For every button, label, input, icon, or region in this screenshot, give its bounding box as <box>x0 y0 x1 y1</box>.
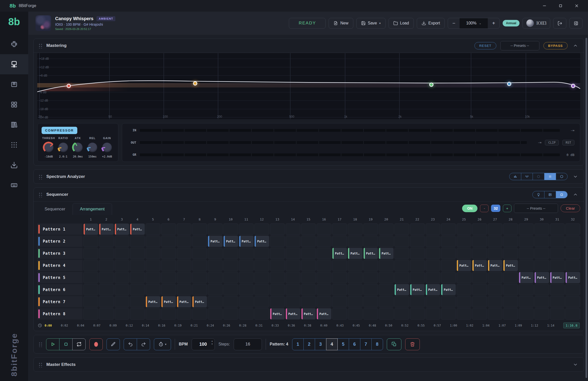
bpm-input[interactable]: 100 ▴▾ <box>192 338 215 350</box>
loop-button[interactable] <box>72 338 86 350</box>
arrangement-cell[interactable]: Patt… <box>534 272 549 283</box>
arrangement-cell[interactable]: Patt… <box>441 284 456 295</box>
arrangement-cell[interactable] <box>301 284 316 295</box>
arrangement-cell[interactable] <box>115 236 129 247</box>
arrangement-cell[interactable] <box>379 224 394 235</box>
arrangement-cell[interactable] <box>83 236 98 247</box>
arrangement-cell[interactable] <box>286 296 300 307</box>
arrangement-cell[interactable] <box>503 224 518 235</box>
arrangement-cell[interactable] <box>99 272 114 283</box>
arrangement-cell[interactable] <box>363 296 378 307</box>
arrangement-cell[interactable] <box>301 260 316 271</box>
arrangement-cell[interactable] <box>239 260 254 271</box>
arrangement-cell[interactable] <box>317 272 331 283</box>
arrangement-cell[interactable] <box>410 248 425 259</box>
pattern-block[interactable]: Patt… <box>332 248 347 259</box>
arrangement-cell[interactable] <box>99 284 114 295</box>
save-button[interactable]: Save▾ <box>356 18 386 29</box>
arrangement-cell[interactable] <box>99 308 114 320</box>
arrangement-cell[interactable] <box>208 248 223 259</box>
arrangement-cell[interactable] <box>394 236 409 247</box>
ready-status-button[interactable]: READY <box>289 18 326 29</box>
pattern-block[interactable]: Patt… <box>99 224 114 235</box>
arrangement-cell[interactable] <box>83 296 98 307</box>
arrangement-cell[interactable] <box>426 260 440 271</box>
arrangement-cell[interactable] <box>192 272 207 283</box>
timer-menu-button[interactable]: ▾ <box>154 338 171 350</box>
arrangement-cell[interactable] <box>115 296 129 307</box>
arrangement-cell[interactable] <box>534 248 549 259</box>
eq-band-node-1[interactable] <box>67 84 71 88</box>
arrangement-cell[interactable] <box>457 272 471 283</box>
arrangement-cell[interactable] <box>161 272 176 283</box>
arrangement-cell[interactable]: Patt… <box>99 224 114 235</box>
pattern-row-label[interactable]: Pattern 5 <box>37 272 83 283</box>
arrangement-cell[interactable] <box>192 284 207 295</box>
arrangement-cell[interactable] <box>286 260 300 271</box>
arrangement-cell[interactable] <box>472 284 487 295</box>
pattern-row-label[interactable]: Pattern 1 <box>37 224 83 235</box>
arrangement-cell[interactable] <box>177 272 192 283</box>
arrangement-cell[interactable] <box>426 308 440 320</box>
arrangement-cell[interactable] <box>99 236 114 247</box>
arrangement-cell[interactable] <box>161 224 176 235</box>
arrangement-cell[interactable] <box>394 248 409 259</box>
arrangement-cell[interactable] <box>410 272 425 283</box>
pattern-row-label[interactable]: Pattern 4 <box>37 260 83 271</box>
arrangement-cell[interactable] <box>130 308 145 320</box>
arrangement-cell[interactable] <box>488 284 503 295</box>
view-dotgrid-button[interactable] <box>544 173 556 180</box>
rst-button[interactable]: RST <box>562 140 574 145</box>
arrangement-cell[interactable] <box>534 236 549 247</box>
arrangement-cell[interactable] <box>565 248 580 259</box>
arrangement-cell[interactable] <box>363 236 378 247</box>
delete-pattern-button[interactable] <box>405 338 420 350</box>
arrangement-cell[interactable] <box>223 296 238 307</box>
arrangement-cell[interactable] <box>83 308 98 320</box>
arrangement-cell[interactable] <box>441 272 456 283</box>
arrangement-cell[interactable] <box>99 248 114 259</box>
view-panel-button[interactable] <box>544 191 556 198</box>
pattern-row-label[interactable]: Pattern 6 <box>37 284 83 295</box>
pattern-block[interactable]: Patt… <box>146 296 160 307</box>
arrangement-cell[interactable] <box>348 260 363 271</box>
undo-button[interactable] <box>124 338 137 350</box>
sidebar-item-gamepad[interactable] <box>0 34 28 54</box>
arrangement-cell[interactable] <box>488 236 503 247</box>
arrangement-cell[interactable] <box>192 260 207 271</box>
arrangement-cell[interactable] <box>348 296 363 307</box>
arrangement-cell[interactable] <box>410 296 425 307</box>
sidebar-item-piano[interactable] <box>0 74 28 94</box>
drag-handle-icon[interactable] <box>38 192 42 197</box>
arrangement-cell[interactable]: Patt… <box>363 248 378 259</box>
arrangement-cell[interactable] <box>130 260 145 271</box>
arrangement-cell[interactable] <box>550 236 565 247</box>
pattern-block[interactable]: Patt… <box>395 284 409 295</box>
arrangement-cell[interactable] <box>317 284 331 295</box>
pattern-button-1[interactable]: 1 <box>292 338 304 350</box>
view-bars-button[interactable] <box>509 173 521 180</box>
bpm-spinner[interactable]: ▴▾ <box>212 340 213 345</box>
arrangement-cell[interactable] <box>426 224 440 235</box>
drag-handle-icon[interactable] <box>38 174 42 179</box>
arrangement-cell[interactable] <box>565 284 580 295</box>
arrangement-cell[interactable] <box>379 272 394 283</box>
pattern-button-2[interactable]: 2 <box>303 338 315 350</box>
arrangement-cell[interactable] <box>130 296 145 307</box>
pattern-block[interactable]: Patt… <box>364 248 378 259</box>
arrangement-cell[interactable] <box>83 248 98 259</box>
arrangement-cell[interactable] <box>426 236 440 247</box>
arrangement-cell[interactable] <box>410 260 425 271</box>
arrangement-cell[interactable] <box>286 236 300 247</box>
arrangement-cell[interactable] <box>223 260 238 271</box>
minimize-button[interactable] <box>539 2 550 10</box>
arrangement-cell[interactable] <box>286 224 300 235</box>
arrangement-cell[interactable] <box>519 296 534 307</box>
arrangement-cell[interactable] <box>457 296 471 307</box>
arrangement-cell[interactable] <box>457 224 471 235</box>
pattern-block[interactable]: Patt… <box>488 260 502 271</box>
arrangement-cell[interactable] <box>394 296 409 307</box>
arrangement-cell[interactable] <box>363 272 378 283</box>
arrangement-cell[interactable] <box>192 308 207 320</box>
arrangement-cell[interactable] <box>317 296 331 307</box>
